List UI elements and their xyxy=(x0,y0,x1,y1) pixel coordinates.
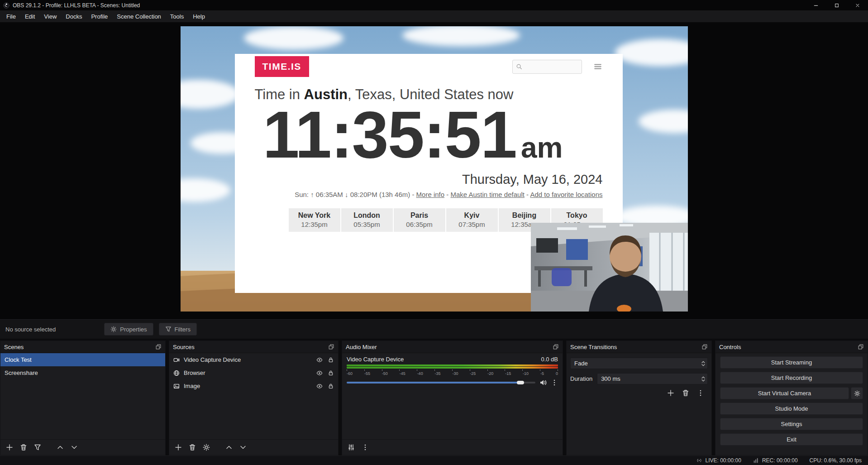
network-status-icon xyxy=(753,457,759,464)
lock-icon[interactable] xyxy=(328,357,334,363)
transitions-dock-title: Scene Transitions xyxy=(570,344,617,350)
source-item-video-capture[interactable]: Video Capture Device xyxy=(169,353,338,366)
city-tile: Kyiv 07:35pm xyxy=(446,208,498,232)
exit-button[interactable]: Exit xyxy=(720,433,863,446)
link-separator: - xyxy=(526,191,529,198)
move-source-up-icon[interactable] xyxy=(225,444,233,451)
eye-icon[interactable] xyxy=(316,357,323,363)
studio-mode-button[interactable]: Studio Mode xyxy=(720,403,863,415)
speaker-icon[interactable] xyxy=(539,379,547,386)
menu-docks[interactable]: Docks xyxy=(61,11,86,22)
start-virtual-camera-button[interactable]: Start Virtual Camera xyxy=(720,387,849,399)
settings-button[interactable]: Settings xyxy=(720,418,863,430)
scene-filters-icon[interactable] xyxy=(34,444,41,451)
source-item-image[interactable]: Image xyxy=(169,379,338,393)
menu-bar: File Edit View Docks Profile Scene Colle… xyxy=(0,10,868,22)
transition-select[interactable]: Fade xyxy=(570,358,708,369)
live-time: LIVE: 00:00:00 xyxy=(705,457,741,464)
menu-scene-collection[interactable]: Scene Collection xyxy=(112,11,166,22)
close-button[interactable] xyxy=(847,0,868,10)
menu-view[interactable]: View xyxy=(39,11,61,22)
scene-item-clock-test[interactable]: Clock Test xyxy=(0,353,165,366)
controls-dock-header[interactable]: Controls xyxy=(715,341,868,353)
city-time: 05:35pm xyxy=(341,221,393,228)
gear-icon xyxy=(110,326,117,332)
window-title: OBS 29.1.2 - Profile: LLHLS BETA - Scene… xyxy=(13,2,140,9)
audio-mixer-dock-title: Audio Mixer xyxy=(346,344,377,350)
volume-slider-handle[interactable] xyxy=(517,381,524,384)
properties-label: Properties xyxy=(120,326,147,333)
obs-window: OBS 29.1.2 - Profile: LLHLS BETA - Scene… xyxy=(0,0,868,465)
globe-icon xyxy=(173,370,180,376)
mixer-menu-kebab-icon[interactable] xyxy=(362,444,369,451)
source-item-browser[interactable]: Browser xyxy=(169,366,338,379)
scenes-dock-header[interactable]: Scenes xyxy=(0,341,165,353)
menu-profile[interactable]: Profile xyxy=(86,11,112,22)
city-name: Tokyo xyxy=(551,211,603,220)
audio-mixer-dock-header[interactable]: Audio Mixer xyxy=(342,341,563,353)
dock-area: Scenes Clock Test Screenshare xyxy=(0,339,868,455)
scenes-dock-title: Scenes xyxy=(4,344,24,350)
preview-canvas[interactable]: TIME.IS Time in Austin, Texas, United St… xyxy=(181,26,688,312)
popout-icon[interactable] xyxy=(155,344,162,350)
clock: 11:35:51 am xyxy=(263,104,603,167)
minimize-button[interactable] xyxy=(806,0,826,10)
transitions-actions xyxy=(570,389,708,397)
date-text: Thursday, May 16, 2024 xyxy=(235,172,623,187)
properties-button[interactable]: Properties xyxy=(104,323,153,336)
scene-item-screenshare[interactable]: Screenshare xyxy=(0,366,165,379)
start-recording-button[interactable]: Start Recording xyxy=(720,372,863,384)
start-streaming-button[interactable]: Start Streaming xyxy=(720,356,863,369)
remove-transition-icon[interactable] xyxy=(682,389,689,397)
source-properties-gear-icon[interactable] xyxy=(203,444,210,451)
move-scene-up-icon[interactable] xyxy=(57,444,64,451)
popout-icon[interactable] xyxy=(553,344,559,350)
sun-info-text: Sun: ↑ 06:35AM ↓ 08:20PM (13h 46m) - xyxy=(295,191,414,198)
menu-file[interactable]: File xyxy=(2,11,20,22)
duration-spinbox[interactable]: 300 ms xyxy=(597,373,708,384)
sources-dock-header[interactable]: Sources xyxy=(169,341,338,353)
transition-properties-kebab-icon[interactable] xyxy=(697,389,704,397)
filters-button[interactable]: Filters xyxy=(159,323,197,336)
advanced-audio-icon[interactable] xyxy=(348,444,355,451)
cpu-fps-stats: CPU: 0.6%, 30.00 fps xyxy=(810,457,862,464)
sources-dock-title: Sources xyxy=(173,344,195,350)
rec-time: REC: 00:00:00 xyxy=(762,457,798,464)
add-source-icon[interactable] xyxy=(175,444,182,451)
sun-info-line: Sun: ↑ 06:35AM ↓ 08:20PM (13h 46m) - Mor… xyxy=(235,191,623,198)
eye-icon[interactable] xyxy=(316,370,323,376)
eye-icon[interactable] xyxy=(316,383,323,389)
filters-label: Filters xyxy=(175,326,191,333)
camera-icon xyxy=(173,357,180,363)
move-scene-down-icon[interactable] xyxy=(71,444,78,451)
meter-ticks xyxy=(347,369,558,371)
source-name: Video Capture Device xyxy=(184,356,241,363)
popout-icon[interactable] xyxy=(328,344,334,350)
more-info-link: More info xyxy=(416,191,445,198)
title-bar: OBS 29.1.2 - Profile: LLHLS BETA - Scene… xyxy=(0,0,868,10)
remove-source-icon[interactable] xyxy=(189,444,196,451)
add-scene-icon[interactable] xyxy=(6,444,13,451)
meter-scale: -60-55-50-45-40-35-30-25-20-15-10-50 xyxy=(347,371,558,376)
menu-edit[interactable]: Edit xyxy=(20,11,39,22)
menu-tools[interactable]: Tools xyxy=(166,11,188,22)
volume-slider[interactable] xyxy=(347,382,535,384)
add-transition-icon[interactable] xyxy=(667,389,674,397)
lock-icon[interactable] xyxy=(328,383,334,389)
virtual-camera-config-button[interactable] xyxy=(851,387,863,399)
lock-icon[interactable] xyxy=(328,370,334,376)
sources-toolbar xyxy=(169,439,338,455)
source-name: Image xyxy=(184,383,200,389)
popout-icon[interactable] xyxy=(858,344,864,350)
city-name: Beijing xyxy=(499,211,550,220)
channel-options-kebab-icon[interactable] xyxy=(551,379,558,386)
source-context-toolbar: No source selected Properties Filters xyxy=(0,319,868,339)
move-source-down-icon[interactable] xyxy=(239,444,247,451)
popout-icon[interactable] xyxy=(701,344,708,350)
remove-scene-icon[interactable] xyxy=(20,444,27,451)
scene-name: Clock Test xyxy=(5,356,32,363)
menu-help[interactable]: Help xyxy=(188,11,210,22)
city-name: London xyxy=(341,211,393,220)
transitions-dock-header[interactable]: Scene Transitions xyxy=(567,341,711,353)
maximize-button[interactable] xyxy=(826,0,847,10)
